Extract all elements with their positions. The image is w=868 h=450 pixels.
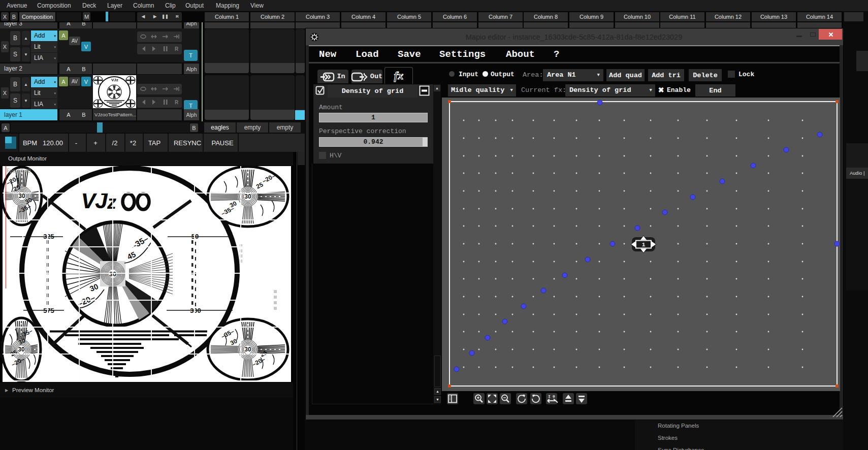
svg-text:1: 1 — [642, 242, 646, 248]
svg-text:Fps: 66.40: Fps: 66.40 — [7, 168, 31, 174]
svg-text:0: 0 — [553, 394, 555, 399]
svg-text:300: 300 — [190, 307, 201, 314]
svg-text:30: 30 — [244, 193, 251, 200]
svg-text:30: 30 — [244, 346, 251, 353]
svg-text:575: 575 — [43, 307, 54, 314]
svg-text:R: R — [175, 100, 179, 105]
svg-text:R: R — [175, 46, 179, 52]
svg-text:30: 30 — [18, 346, 25, 353]
svg-text:z: z — [107, 192, 116, 213]
svg-text:VJz: VJz — [111, 78, 118, 82]
svg-text:325: 325 — [43, 233, 54, 240]
svg-text:I: I — [548, 394, 551, 399]
svg-text:VJ: VJ — [81, 187, 108, 213]
